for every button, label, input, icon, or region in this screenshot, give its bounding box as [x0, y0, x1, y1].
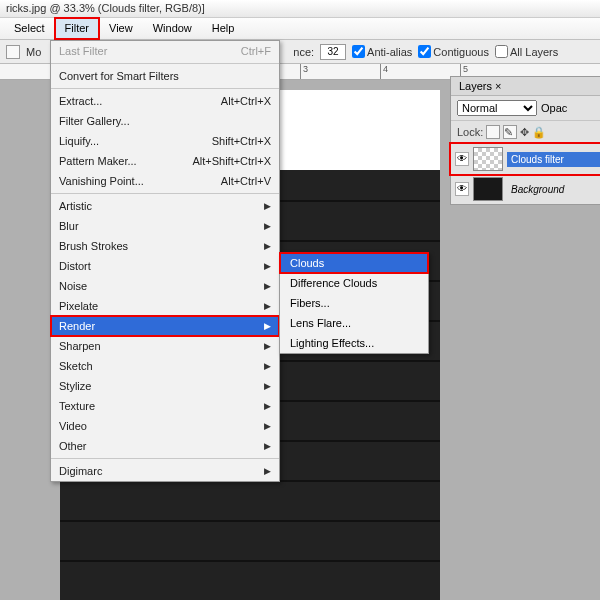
- contiguous-checkbox[interactable]: Contiguous: [418, 45, 489, 58]
- menuitem-other[interactable]: Other▶: [51, 436, 279, 456]
- menuitem-liquify-[interactable]: Liquify...Shift+Ctrl+X: [51, 131, 279, 151]
- render-submenu: CloudsDifference CloudsFibers...Lens Fla…: [279, 252, 429, 354]
- menuitem-render[interactable]: Render▶: [51, 316, 279, 336]
- layers-panel: Layers × Normal Opac Lock: ✎ ✥ 🔒 👁Clouds…: [450, 76, 600, 205]
- submenu-fibers-[interactable]: Fibers...: [280, 293, 428, 313]
- menuitem-noise[interactable]: Noise▶: [51, 276, 279, 296]
- filter-menu: Last FilterCtrl+FConvert for Smart Filte…: [50, 40, 280, 482]
- alllayers-checkbox[interactable]: All Layers: [495, 45, 558, 58]
- menuitem-pattern-maker-[interactable]: Pattern Maker...Alt+Shift+Ctrl+X: [51, 151, 279, 171]
- menuitem-digimarc[interactable]: Digimarc▶: [51, 461, 279, 481]
- visibility-icon[interactable]: 👁: [455, 182, 469, 196]
- menuitem-brush-strokes[interactable]: Brush Strokes▶: [51, 236, 279, 256]
- menuitem-artistic[interactable]: Artistic▶: [51, 196, 279, 216]
- layer-thumbnail[interactable]: [473, 147, 503, 171]
- menu-window[interactable]: Window: [143, 18, 202, 39]
- layer-name[interactable]: Clouds filter: [507, 152, 600, 167]
- menuitem-convert-for-smart-filters[interactable]: Convert for Smart Filters: [51, 66, 279, 86]
- opacity-label: Opac: [541, 102, 567, 114]
- menuitem-stylize[interactable]: Stylize▶: [51, 376, 279, 396]
- submenu-lens-flare-[interactable]: Lens Flare...: [280, 313, 428, 333]
- antialias-checkbox[interactable]: Anti-alias: [352, 45, 412, 58]
- menuitem-sketch[interactable]: Sketch▶: [51, 356, 279, 376]
- tool-icon: [6, 45, 20, 59]
- lock-all-icon[interactable]: 🔒: [532, 126, 546, 139]
- menuitem-pixelate[interactable]: Pixelate▶: [51, 296, 279, 316]
- menuitem-sharpen[interactable]: Sharpen▶: [51, 336, 279, 356]
- menuitem-video[interactable]: Video▶: [51, 416, 279, 436]
- menu-filter[interactable]: Filter: [55, 18, 99, 39]
- lock-transparency-icon[interactable]: [486, 125, 500, 139]
- layer-thumbnail[interactable]: [473, 177, 503, 201]
- tolerance-input[interactable]: [320, 44, 346, 60]
- blend-mode-select[interactable]: Normal: [457, 100, 537, 116]
- menuitem-vanishing-point-[interactable]: Vanishing Point...Alt+Ctrl+V: [51, 171, 279, 191]
- submenu-clouds[interactable]: Clouds: [280, 253, 428, 273]
- menuitem-last-filter[interactable]: Last FilterCtrl+F: [51, 41, 279, 61]
- menuitem-distort[interactable]: Distort▶: [51, 256, 279, 276]
- layer-background[interactable]: 👁Background: [451, 174, 600, 204]
- lock-pixels-icon[interactable]: ✎: [503, 125, 517, 139]
- visibility-icon[interactable]: 👁: [455, 152, 469, 166]
- lock-label: Lock:: [457, 126, 483, 138]
- menuitem-blur[interactable]: Blur▶: [51, 216, 279, 236]
- menu-help[interactable]: Help: [202, 18, 245, 39]
- submenu-lighting-effects-[interactable]: Lighting Effects...: [280, 333, 428, 353]
- tolerance-label: nce:: [293, 46, 314, 58]
- layer-clouds-filter[interactable]: 👁Clouds filter: [451, 144, 600, 174]
- menuitem-texture[interactable]: Texture▶: [51, 396, 279, 416]
- mode-label: Mo: [26, 46, 41, 58]
- menu-view[interactable]: View: [99, 18, 143, 39]
- menu-select[interactable]: Select: [4, 18, 55, 39]
- menuitem-filter-gallery-[interactable]: Filter Gallery...: [51, 111, 279, 131]
- title-bar: ricks.jpg @ 33.3% (Clouds filter, RGB/8)…: [0, 0, 600, 18]
- layer-name[interactable]: Background: [507, 182, 600, 197]
- layers-tab[interactable]: Layers ×: [451, 77, 600, 96]
- menuitem-extract-[interactable]: Extract...Alt+Ctrl+X: [51, 91, 279, 111]
- menu-bar: SelectFilterViewWindowHelp: [0, 18, 600, 40]
- lock-position-icon[interactable]: ✥: [520, 126, 529, 139]
- submenu-difference-clouds[interactable]: Difference Clouds: [280, 273, 428, 293]
